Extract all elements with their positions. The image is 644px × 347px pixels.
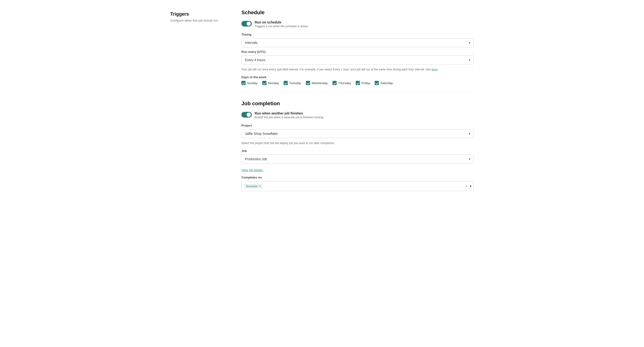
monday-checkbox[interactable]	[262, 81, 266, 85]
section-divider	[242, 93, 474, 93]
job-completion-toggle-slider	[242, 112, 252, 118]
job-completion-toggle-label-group: Run when another job finishes Kickoff th…	[255, 111, 324, 119]
completes-on-control[interactable]: Success ×	[242, 181, 474, 191]
job-select-wrapper: Production Job Staging Job ▾	[242, 155, 474, 164]
saturday-checkbox[interactable]	[375, 81, 379, 85]
timing-field: Timing Intervals Custom cron ▾	[242, 33, 474, 47]
saturday-label: Saturday	[380, 81, 393, 85]
friday-checkbox[interactable]	[356, 81, 360, 85]
day-tuesday[interactable]: Tuesday	[284, 81, 301, 85]
toggle-label-group: Run on schedule Triggers a run when the …	[255, 20, 309, 28]
project-helper: Select the project that has the deploy j…	[242, 141, 474, 145]
day-sunday[interactable]: Sunday	[242, 81, 258, 85]
job-label: Job	[242, 149, 474, 153]
wednesday-label: Wednesday	[312, 81, 328, 85]
run-every-select-wrapper: Every 1 hour Every 2 hours Every 4 hours…	[242, 55, 474, 64]
toggle-slider	[242, 21, 252, 26]
completes-on-wrapper: Success × ✕ ▾	[242, 181, 474, 191]
view-job-details-link[interactable]: View job details.	[242, 168, 264, 172]
monday-label: Monday	[268, 81, 279, 85]
run-every-select[interactable]: Every 1 hour Every 2 hours Every 4 hours…	[242, 55, 474, 64]
job-field: Job Production Job Staging Job ▾ View jo…	[242, 149, 474, 176]
run-when-job-finishes-description: Kickoff this job when a separate job is …	[255, 116, 324, 119]
timing-select-wrapper: Intervals Custom cron ▾	[242, 38, 474, 47]
friday-label: Friday	[361, 81, 370, 85]
day-friday[interactable]: Friday	[356, 81, 370, 85]
days-of-week-container: Sunday Monday Tuesday Wednesday	[242, 81, 474, 85]
run-on-schedule-row: Run on schedule Triggers a run when the …	[242, 20, 474, 28]
day-wednesday[interactable]: Wednesday	[306, 81, 328, 85]
run-on-schedule-label: Run on schedule	[255, 20, 309, 24]
project-label: Project	[242, 124, 474, 127]
project-select-wrapper: Jaffle Shop Snowflake Other Project ▾	[242, 129, 474, 138]
run-every-label: Run every (UTC)	[242, 50, 474, 53]
run-on-schedule-toggle[interactable]	[242, 21, 252, 26]
job-completion-title: Job completion	[242, 100, 474, 107]
schedule-section: Schedule Run on schedule Triggers a run …	[242, 9, 474, 85]
project-select[interactable]: Jaffle Shop Snowflake Other Project	[242, 129, 474, 138]
completes-on-label: Completes on	[242, 176, 474, 179]
day-saturday[interactable]: Saturday	[375, 81, 393, 85]
sunday-checkbox[interactable]	[242, 81, 246, 85]
day-thursday[interactable]: Thursday	[332, 81, 351, 85]
days-of-week-label: Days of the week	[242, 75, 474, 79]
clear-all-icon[interactable]: ✕	[465, 184, 468, 188]
docs-link[interactable]: docs	[432, 68, 438, 71]
run-when-job-finishes-toggle[interactable]	[242, 112, 252, 118]
thursday-checkbox[interactable]	[332, 81, 337, 85]
wednesday-checkbox[interactable]	[306, 81, 310, 85]
success-tag-label: Success	[246, 184, 258, 188]
days-of-week-field: Days of the week Sunday Monday Tuesday	[242, 75, 474, 85]
run-every-helper: Your job will run once every specified i…	[242, 67, 474, 72]
tuesday-checkbox[interactable]	[284, 81, 288, 85]
left-panel: Triggers Configure when this job should …	[170, 9, 242, 197]
thursday-label: Thursday	[338, 81, 351, 85]
run-when-job-finishes-row: Run when another job finishes Kickoff th…	[242, 111, 474, 119]
run-when-job-finishes-label: Run when another job finishes	[255, 111, 324, 115]
schedule-title: Schedule	[242, 9, 474, 16]
job-select[interactable]: Production Job Staging Job	[242, 155, 474, 164]
success-tag-remove[interactable]: ×	[259, 184, 260, 188]
success-tag: Success ×	[244, 184, 262, 188]
timing-label: Timing	[242, 33, 474, 36]
day-monday[interactable]: Monday	[262, 81, 279, 85]
run-every-field: Run every (UTC) Every 1 hour Every 2 hou…	[242, 50, 474, 72]
main-content: Schedule Run on schedule Triggers a run …	[242, 9, 474, 197]
timing-select[interactable]: Intervals Custom cron	[242, 38, 474, 47]
job-completion-section: Job completion Run when another job fini…	[242, 100, 474, 191]
tuesday-label: Tuesday	[289, 81, 301, 85]
project-field: Project Jaffle Shop Snowflake Other Proj…	[242, 124, 474, 145]
run-on-schedule-description: Triggers a run when the schedule is acti…	[255, 25, 309, 28]
sunday-label: Sunday	[247, 81, 258, 85]
page-title: Triggers	[170, 11, 232, 17]
completes-on-field: Completes on Success × ✕ ▾	[242, 176, 474, 191]
page-description: Configure when this job should run.	[170, 19, 232, 22]
